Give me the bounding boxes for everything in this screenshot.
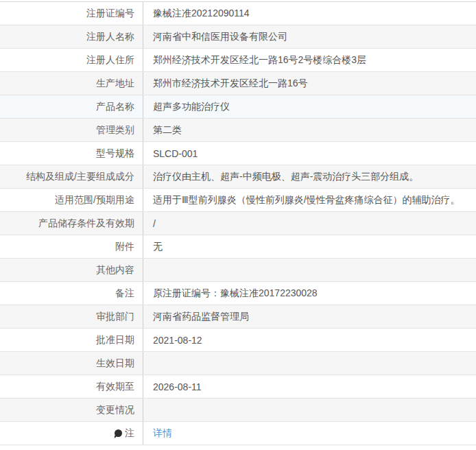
row-label-cell: 结构及组成/主要组成成分 [0,165,143,188]
row-value: 河南省药品监督管理局 [153,311,249,323]
row-value-cell: 无 [143,235,476,258]
row-value-cell: 第二类 [143,119,476,141]
row-value-cell: / [143,212,476,235]
table-row: 型号规格 SLCD-001 [0,142,476,165]
row-label-cell: 备注 [0,282,143,305]
row-label-cell: 附件 [0,235,143,258]
row-label-cell: 产品储存条件及有效期 [0,212,143,235]
table-row: 变更情况 [0,399,476,422]
table-row: 批准日期 2021-08-12 [0,329,476,352]
table-row: 注 详情 [0,422,476,445]
row-label: 有效期至 [96,381,134,393]
row-label: 产品名称 [96,101,134,113]
row-label: 变更情况 [96,404,134,416]
row-label-cell: 注册人住所 [0,49,143,71]
table-row: 生产地址 郑州市经济技术开发区经北一路16号 [0,72,476,95]
row-value: 原注册证编号：豫械注准20172230028 [153,287,318,300]
row-value-cell: 河南省药品监督管理局 [143,305,476,328]
row-label: 其他内容 [96,264,134,276]
row-label-cell: 注册证编号 [0,2,143,25]
row-value: 第二类 [153,124,182,137]
row-label: 备注 [115,287,134,300]
row-label: 附件 [115,241,134,253]
row-value-cell [143,352,476,375]
row-value: 郑州经济技术开发区经北一路16号2号楼综合楼3层 [153,54,366,67]
row-value-cell: 2026-08-11 [143,375,476,398]
row-value-cell: 详情 [143,422,476,445]
row-label-cell: 型号规格 [0,142,143,165]
row-value: / [153,218,156,229]
row-label: 注册证编号 [86,8,134,20]
table-row: 适用范围/预期用途 适用于Ⅲ型前列腺炎（慢性前列腺炎/慢性骨盆疼痛综合征）的辅助… [0,189,476,212]
row-value-cell [143,399,476,421]
table-row: 管理类别 第二类 [0,119,476,142]
row-value-cell: 2021-08-12 [143,329,476,351]
row-value: 2026-08-11 [153,381,202,392]
table-row: 生效日期 [0,352,476,375]
table-row: 产品名称 超声多功能治疗仪 [0,95,476,119]
row-label: 注 [125,427,134,440]
row-label: 产品储存条件及有效期 [38,217,134,230]
row-label-cell: 管理类别 [0,119,143,141]
row-value-cell: 郑州经济技术开发区经北一路16号2号楼综合楼3层 [143,49,476,71]
row-value: SLCD-001 [153,148,198,159]
row-label: 批准日期 [96,334,134,346]
row-value-cell: 河南省中和信医用设备有限公司 [143,25,476,48]
row-label-cell: 注 [0,422,143,445]
row-value: 超声多功能治疗仪 [153,101,230,113]
row-value-cell: 超声多功能治疗仪 [143,95,476,118]
row-label: 生产地址 [96,78,134,90]
row-label-cell: 有效期至 [0,375,143,398]
row-value: 2021-08-12 [153,335,202,346]
row-label-cell: 变更情况 [0,399,143,421]
row-label-cell: 适用范围/预期用途 [0,189,143,211]
table-row: 备注 原注册证编号：豫械注准20172230028 [0,282,476,305]
row-label: 管理类别 [96,124,134,137]
row-label-cell: 生产地址 [0,72,143,95]
row-value: 河南省中和信医用设备有限公司 [153,31,287,43]
row-label-cell: 批准日期 [0,329,143,351]
row-label-cell: 生效日期 [0,352,143,375]
table-row: 注册人名称 河南省中和信医用设备有限公司 [0,25,476,49]
row-label-cell: 其他内容 [0,259,143,281]
table-row: 有效期至 2026-08-11 [0,375,476,399]
row-label: 审批部门 [96,311,134,323]
row-value-cell: 原注册证编号：豫械注准20172230028 [143,282,476,305]
row-value-cell: SLCD-001 [143,142,476,165]
row-value-cell: 郑州市经济技术开发区经北一路16号 [143,72,476,95]
row-value-cell: 适用于Ⅲ型前列腺炎（慢性前列腺炎/慢性骨盆疼痛综合征）的辅助治疗。 [143,189,476,211]
row-value-cell [143,259,476,281]
row-value-cell: 治疗仪由主机、超声-中频电极、超声-震动治疗头三部分组成。 [143,165,476,188]
row-label: 结构及组成/主要组成成分 [26,171,134,183]
note-balloon-icon [115,429,122,437]
row-label-cell: 产品名称 [0,95,143,118]
row-label-cell: 审批部门 [0,305,143,328]
row-value: 适用于Ⅲ型前列腺炎（慢性前列腺炎/慢性骨盆疼痛综合征）的辅助治疗。 [153,194,460,206]
registration-detail-page: 注册证编号 豫械注准20212090114 注册人名称 河南省中和信医用设备有限… [0,0,476,445]
row-value: 治疗仪由主机、超声-中频电极、超声-震动治疗头三部分组成。 [153,171,418,183]
row-value: 郑州市经济技术开发区经北一路16号 [153,78,308,90]
row-label: 适用范围/预期用途 [55,194,134,206]
row-label: 生效日期 [96,357,134,370]
table-row: 注册证编号 豫械注准20212090114 [0,2,476,25]
table-row: 审批部门 河南省药品监督管理局 [0,305,476,329]
row-value-cell: 豫械注准20212090114 [143,2,476,25]
table-row: 其他内容 [0,259,476,282]
row-value: 无 [153,241,163,253]
table-row: 注册人住所 郑州经济技术开发区经北一路16号2号楼综合楼3层 [0,49,476,72]
row-label: 型号规格 [96,147,134,160]
table-row: 结构及组成/主要组成成分 治疗仪由主机、超声-中频电极、超声-震动治疗头三部分组… [0,165,476,189]
row-label-cell: 注册人名称 [0,25,143,48]
detail-link[interactable]: 详情 [153,427,172,440]
row-label: 注册人名称 [86,31,134,43]
row-label: 注册人住所 [86,54,134,67]
registration-table: 注册证编号 豫械注准20212090114 注册人名称 河南省中和信医用设备有限… [0,1,476,445]
table-row: 产品储存条件及有效期 / [0,212,476,235]
table-row: 附件 无 [0,235,476,259]
row-value: 豫械注准20212090114 [153,8,250,20]
